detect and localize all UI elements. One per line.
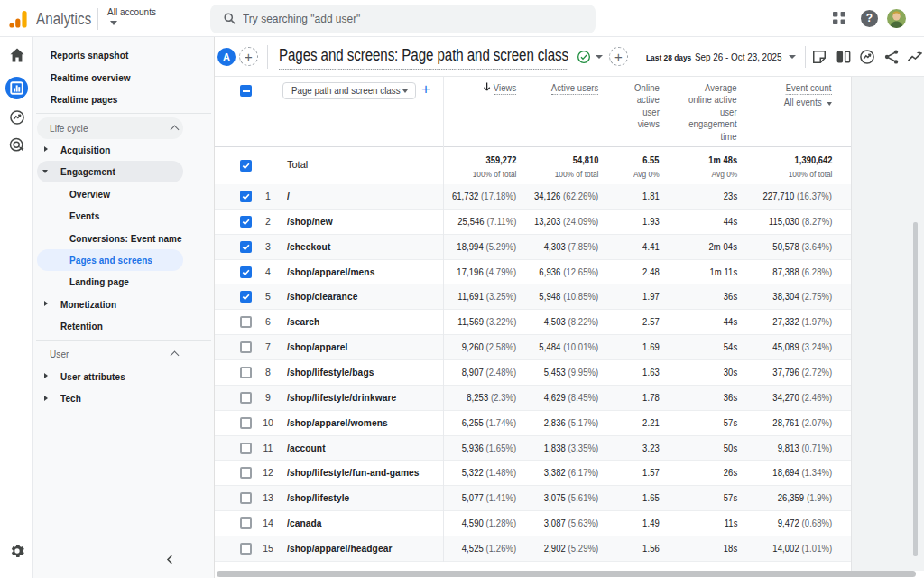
page-path[interactable]: /search bbox=[287, 310, 319, 334]
sidebar-item-life-cycle[interactable]: Life cycle bbox=[37, 117, 183, 139]
column-header-event-count[interactable]: Event countAll events bbox=[784, 82, 832, 109]
page-path[interactable]: /account bbox=[287, 436, 326, 461]
page-path[interactable]: /canada bbox=[287, 511, 322, 536]
row-checkbox[interactable] bbox=[240, 392, 252, 404]
apps-grid-icon[interactable] bbox=[832, 11, 846, 25]
sidebar-item-user-attributes[interactable]: User attributes bbox=[37, 366, 183, 387]
sidebar-item-user[interactable]: User bbox=[37, 343, 183, 365]
vertical-scrollbar[interactable] bbox=[913, 222, 918, 556]
column-header-active-users[interactable]: Active users bbox=[550, 82, 598, 94]
page-path[interactable]: /shop/apparel bbox=[287, 335, 347, 359]
active-users-cell: 13,203 (24.09%) bbox=[534, 210, 598, 234]
row-checkbox[interactable] bbox=[240, 367, 252, 378]
event-count-cell: 26,359 (1.9%) bbox=[777, 486, 832, 510]
row-checkbox[interactable] bbox=[240, 543, 252, 555]
advertising-icon[interactable] bbox=[8, 136, 26, 154]
views-cell: 18,994 (5.29%) bbox=[457, 235, 516, 259]
account-switcher[interactable]: All accounts bbox=[107, 7, 156, 17]
row-checkbox[interactable] bbox=[240, 241, 252, 253]
sidebar-item-label: User attributes bbox=[60, 366, 125, 387]
page-path[interactable]: /shop/new bbox=[287, 210, 333, 234]
date-range-value[interactable]: Sep 26 - Oct 23, 2025 bbox=[695, 51, 782, 62]
explore-icon[interactable] bbox=[858, 48, 876, 66]
left-icon-rail bbox=[0, 37, 33, 578]
chevron-down-icon[interactable] bbox=[596, 55, 603, 59]
sidebar-item-reports-snapshot[interactable]: Reports snapshot bbox=[37, 44, 183, 66]
note-icon[interactable] bbox=[810, 48, 828, 66]
event-count-cell: 28,761 (2.07%) bbox=[772, 411, 832, 435]
add-dimension-button[interactable]: + bbox=[421, 80, 430, 98]
views-cell: 5,077 (1.41%) bbox=[461, 486, 516, 510]
share-icon[interactable] bbox=[882, 48, 901, 66]
sidebar-item-monetization[interactable]: Monetization bbox=[37, 294, 183, 315]
page-path[interactable]: /shop/lifestyle bbox=[287, 486, 349, 510]
sidebar-item-retention[interactable]: Retention bbox=[37, 315, 183, 337]
horizontal-scrollbar[interactable] bbox=[217, 571, 916, 577]
home-icon[interactable] bbox=[8, 46, 26, 64]
page-path[interactable]: /checkout bbox=[287, 235, 330, 259]
column-header-engagement-time[interactable]: Average online active user engagement ti… bbox=[688, 82, 737, 143]
sidebar-item-events[interactable]: Events bbox=[37, 205, 183, 227]
row-checkbox[interactable] bbox=[240, 443, 252, 454]
sidebar-item-realtime-pages[interactable]: Realtime pages bbox=[37, 89, 183, 110]
row-checkbox[interactable] bbox=[240, 492, 252, 504]
event-count-cell: 38,304 (2.75%) bbox=[772, 284, 832, 309]
page-path[interactable]: /shop/lifestyle/fun-and-games bbox=[287, 461, 420, 485]
engagement-time-cell: 2m 04s bbox=[708, 235, 737, 259]
event-count-cell: 14,002 (1.01%) bbox=[772, 536, 832, 561]
page-path[interactable]: /shop/apparel/mens bbox=[287, 260, 374, 284]
row-checkbox[interactable] bbox=[240, 467, 252, 479]
row-checkbox[interactable] bbox=[240, 266, 252, 278]
sidebar-item-acquisition[interactable]: Acquisition bbox=[37, 139, 183, 161]
insights-icon[interactable] bbox=[906, 48, 924, 66]
table-row-3: 3/checkout18,994 (5.29%)4,303 (7.85%)4.4… bbox=[215, 235, 851, 260]
event-count-cell: 9,813 (0.71%) bbox=[777, 436, 832, 461]
dimension-dropdown[interactable]: Page path and screen class bbox=[282, 82, 416, 99]
row-checkbox[interactable] bbox=[240, 517, 252, 529]
row-number: 14 bbox=[258, 511, 278, 536]
sidebar-item-engagement[interactable]: Engagement bbox=[37, 161, 183, 182]
report-nav-panel: Reports snapshotRealtime overviewRealtim… bbox=[33, 37, 215, 578]
row-checkbox[interactable] bbox=[240, 216, 252, 228]
page-path[interactable]: /shop/lifestyle/bags bbox=[287, 360, 374, 385]
collapse-nav-icon[interactable] bbox=[162, 552, 178, 567]
page-path[interactable]: /shop/apparel/womens bbox=[287, 411, 388, 435]
sidebar-item-conversions-event-name[interactable]: Conversions: Event name bbox=[37, 228, 183, 249]
reports-icon[interactable] bbox=[5, 77, 28, 99]
sidebar-item-tech[interactable]: Tech bbox=[37, 387, 183, 409]
settings-gear-icon[interactable] bbox=[8, 542, 26, 560]
column-divider bbox=[443, 77, 444, 562]
select-all-checkbox[interactable] bbox=[240, 85, 252, 97]
total-label: Total bbox=[287, 159, 308, 170]
page-path[interactable]: /shop/clearance bbox=[287, 284, 357, 309]
row-checkbox[interactable] bbox=[240, 341, 252, 353]
row-number: 15 bbox=[258, 536, 278, 561]
page-path[interactable]: /shop/apparel/headgear bbox=[287, 536, 392, 561]
data-table-card: Page path and screen class + Views Activ… bbox=[215, 77, 852, 571]
row-checkbox[interactable] bbox=[240, 417, 252, 429]
column-header-views[interactable]: Views bbox=[483, 82, 516, 94]
add-comparison-button[interactable]: + bbox=[239, 47, 258, 66]
sidebar-item-landing-page[interactable]: Landing page bbox=[37, 271, 183, 293]
user-avatar[interactable] bbox=[887, 9, 906, 28]
total-checkbox[interactable] bbox=[240, 160, 252, 172]
engagement-time-cell: 23s bbox=[723, 184, 737, 209]
sidebar-item-label: Realtime pages bbox=[51, 89, 118, 110]
event-count-cell: 115,030 (8.27%) bbox=[768, 210, 832, 234]
page-path[interactable]: /shop/lifestyle/drinkware bbox=[287, 386, 396, 410]
page-path[interactable]: / bbox=[287, 184, 290, 209]
search-input[interactable]: Try searching "add user" bbox=[210, 5, 596, 33]
row-checkbox[interactable] bbox=[240, 316, 252, 328]
report-title[interactable]: Pages and screens: Page path and screen … bbox=[279, 46, 568, 70]
property-avatar[interactable]: A bbox=[217, 48, 236, 66]
add-report-button[interactable]: + bbox=[609, 47, 628, 66]
sidebar-item-realtime-overview[interactable]: Realtime overview bbox=[37, 67, 183, 89]
explore-icon[interactable] bbox=[8, 108, 26, 126]
row-checkbox[interactable] bbox=[240, 191, 252, 202]
sidebar-item-pages-and-screens[interactable]: Pages and screens bbox=[37, 249, 183, 271]
comparison-icon[interactable] bbox=[835, 48, 853, 66]
help-icon[interactable]: ? bbox=[861, 10, 878, 27]
row-checkbox[interactable] bbox=[240, 291, 252, 303]
sidebar-item-overview[interactable]: Overview bbox=[37, 183, 183, 205]
column-header-views-per-user[interactable]: Online active user views bbox=[634, 82, 660, 131]
